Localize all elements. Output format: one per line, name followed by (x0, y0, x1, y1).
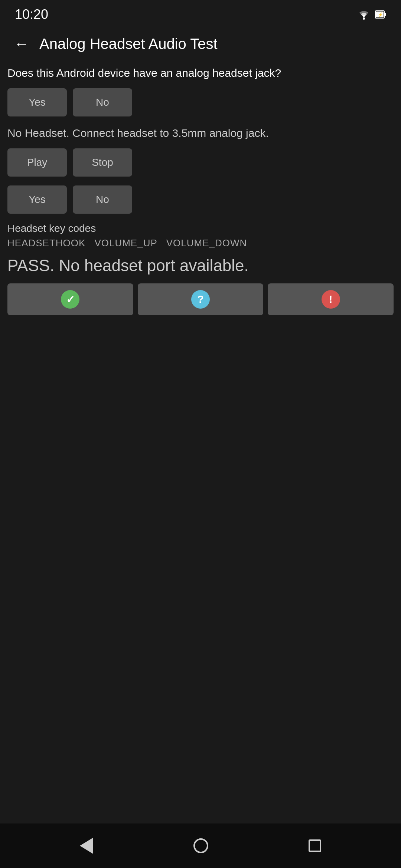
fail-result-button[interactable]: ! (268, 283, 394, 315)
battery-icon: ⚡ (375, 9, 386, 20)
stop-button[interactable]: Stop (73, 148, 132, 177)
analog-jack-no-button[interactable]: No (73, 88, 132, 116)
key-code-volume-up: VOLUME_UP (94, 237, 157, 249)
headset-instruction: No Headset. Connect headset to 3.5mm ana… (7, 125, 394, 141)
nav-back-icon (80, 838, 93, 854)
key-code-headsethook: HEADSETHOOK (7, 237, 85, 249)
svg-rect-2 (384, 13, 386, 16)
content: Does this Android device have an analog … (0, 62, 401, 823)
svg-point-0 (363, 17, 365, 20)
nav-recents-button[interactable] (305, 836, 325, 856)
nav-recents-icon (309, 839, 321, 852)
status-icons: ⚡ (357, 9, 386, 20)
key-codes-list: HEADSETHOOK VOLUME_UP VOLUME_DOWN (7, 237, 394, 249)
key-codes-title: Headset key codes (7, 223, 394, 234)
fail-icon: ! (322, 290, 340, 309)
pass-icon: ✓ (61, 290, 79, 309)
headset-no-button[interactable]: No (73, 185, 132, 214)
key-codes-section: Headset key codes HEADSETHOOK VOLUME_UP … (7, 223, 394, 249)
status-bar: 10:20 ⚡ (0, 0, 401, 26)
analog-jack-question: Does this Android device have an analog … (7, 65, 394, 81)
result-buttons-row: ✓ ? ! (7, 283, 394, 315)
analog-jack-yes-button[interactable]: Yes (7, 88, 67, 116)
analog-jack-button-row: Yes No (7, 88, 394, 116)
question-icon: ? (191, 290, 210, 309)
play-button[interactable]: Play (7, 148, 67, 177)
back-arrow-icon: ← (14, 36, 29, 51)
key-code-volume-down: VOLUME_DOWN (166, 237, 247, 249)
pass-result-button[interactable]: ✓ (7, 283, 133, 315)
svg-text:⚡: ⚡ (378, 12, 383, 17)
nav-home-button[interactable] (190, 835, 212, 857)
status-time: 10:20 (15, 7, 48, 22)
nav-home-icon (193, 838, 208, 853)
question-result-button[interactable]: ? (138, 283, 264, 315)
wifi-icon (357, 9, 371, 20)
back-button[interactable]: ← (11, 33, 32, 54)
play-stop-button-row: Play Stop (7, 148, 394, 177)
page-title: Analog Headset Audio Test (39, 36, 218, 52)
pass-text: PASS. No headset port available. (7, 255, 394, 276)
nav-bar (0, 823, 401, 868)
headset-yes-no-row: Yes No (7, 185, 394, 214)
headset-yes-button[interactable]: Yes (7, 185, 67, 214)
nav-back-button[interactable] (76, 834, 97, 858)
header: ← Analog Headset Audio Test (0, 26, 401, 62)
